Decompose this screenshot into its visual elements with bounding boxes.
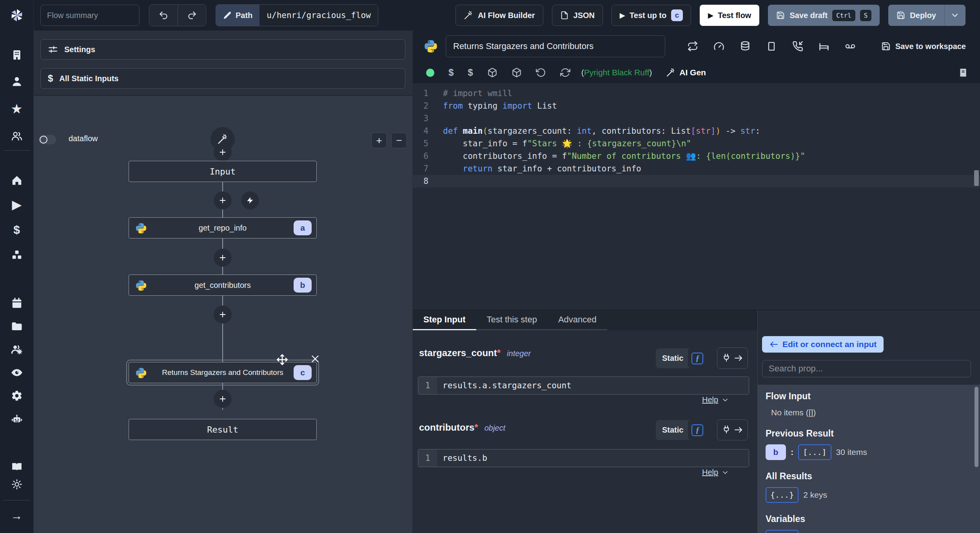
folder-icon[interactable] xyxy=(0,316,33,337)
result-node[interactable]: Result xyxy=(129,419,317,440)
boxes-icon[interactable] xyxy=(0,244,33,266)
retry-repeat-icon[interactable] xyxy=(687,41,698,52)
key-badge-b[interactable]: b xyxy=(766,444,786,460)
arrow-right-icon[interactable]: → xyxy=(0,505,33,526)
tab-advanced[interactable]: Advanced xyxy=(548,310,607,330)
code-assistants-status[interactable]: (Pyright Black Ruff) xyxy=(581,68,652,77)
refresh-icon[interactable] xyxy=(560,67,570,78)
deploy-dropdown-button[interactable] xyxy=(944,5,965,26)
cache-database-icon[interactable] xyxy=(740,41,751,52)
search-prop-input[interactable] xyxy=(762,360,971,377)
move-handle[interactable] xyxy=(276,354,288,366)
sleep-bed-icon[interactable] xyxy=(818,41,829,52)
delete-step-button[interactable] xyxy=(310,354,320,366)
voicemail-icon[interactable] xyxy=(845,41,856,52)
input-node[interactable]: Input xyxy=(129,161,317,182)
add-trigger-button[interactable] xyxy=(241,191,259,209)
redo-button[interactable] xyxy=(178,5,206,26)
tab-step-input[interactable]: Step Input xyxy=(413,310,476,330)
undo-button[interactable] xyxy=(149,5,178,26)
code-line[interactable]: 2from typing import List xyxy=(413,100,980,112)
building-icon[interactable] xyxy=(0,44,33,65)
add-step-button[interactable] xyxy=(214,191,232,209)
zoom-in-button[interactable]: + xyxy=(371,133,387,148)
connect-input-button-stargazers[interactable] xyxy=(717,347,748,369)
javascript-mode-segment[interactable]: ƒ xyxy=(688,420,707,440)
code-line[interactable]: 4def main(stargazers_count: int, contrib… xyxy=(413,125,980,137)
step-node-a[interactable]: get_repo_info a xyxy=(129,217,317,238)
test-flow-button[interactable]: ▶ Test flow xyxy=(700,5,759,26)
add-step-button[interactable] xyxy=(214,249,232,267)
code-line[interactable]: 1# import wmill xyxy=(413,87,980,100)
close-icon xyxy=(310,354,320,364)
step-title-input[interactable] xyxy=(446,35,665,57)
package-icon[interactable] xyxy=(487,67,497,78)
add-step-button[interactable] xyxy=(214,306,232,324)
ai-gen-button[interactable]: AI Gen xyxy=(666,68,706,77)
zoom-out-button[interactable]: − xyxy=(391,133,407,148)
code-line[interactable]: 3 xyxy=(413,112,980,125)
add-step-button[interactable] xyxy=(214,390,232,408)
add-step-top-button[interactable] xyxy=(214,143,232,161)
variable-picker-icon[interactable]: $ xyxy=(448,68,454,77)
array-badge[interactable]: [...] xyxy=(798,444,831,460)
help-link[interactable]: Help xyxy=(702,468,729,477)
step-node-b[interactable]: get_contributors b xyxy=(129,275,317,296)
book-icon[interactable] xyxy=(958,67,980,78)
javascript-mode-segment[interactable]: ƒ xyxy=(688,348,707,368)
play-icon[interactable]: ▶ xyxy=(0,194,33,215)
mock-square-icon[interactable] xyxy=(766,41,777,52)
static-toggle-contributors[interactable]: Static ƒ xyxy=(656,420,707,440)
flow-summary-input[interactable] xyxy=(40,5,140,26)
settings-button[interactable]: Settings xyxy=(40,39,405,60)
user-icon[interactable] xyxy=(0,71,33,92)
panel-divider[interactable] xyxy=(412,31,413,533)
gear-icon[interactable] xyxy=(0,385,33,406)
code-line[interactable]: 7 return star_info + contributors_info xyxy=(413,162,980,175)
sun-icon[interactable] xyxy=(0,474,33,495)
path-value[interactable]: u/henri/gracious_flow xyxy=(260,5,378,26)
kbd-s: S xyxy=(860,10,872,21)
save-to-workspace-button[interactable]: Save to workspace xyxy=(881,42,980,51)
function-icon: ƒ xyxy=(691,424,703,436)
code-editor[interactable]: 1# import wmill2from typing import List3… xyxy=(413,83,980,310)
code-line[interactable]: 6 contributors_info = f"Number of contri… xyxy=(413,150,980,162)
test-up-to-button[interactable]: ▶ Test up to c xyxy=(612,5,691,26)
eye-icon[interactable] xyxy=(0,362,33,383)
calendar-icon[interactable] xyxy=(0,293,33,314)
panel-scrollbar[interactable] xyxy=(975,387,978,467)
gauge-icon[interactable] xyxy=(713,41,724,52)
json-button[interactable]: JSON xyxy=(552,5,603,26)
dollar-icon[interactable]: $ xyxy=(0,219,33,240)
code-line[interactable]: 5 star_info = f"Stars 🌟 : {stargazers_co… xyxy=(413,137,980,150)
edit-or-connect-button[interactable]: Edit or connect an input xyxy=(762,336,884,353)
tab-test-this-step[interactable]: Test this step xyxy=(476,310,548,330)
user-group-gear-icon[interactable] xyxy=(0,339,33,360)
help-link[interactable]: Help xyxy=(702,395,729,404)
dollar-icon: $ xyxy=(48,73,53,84)
expr-input-contributors[interactable]: 1 results.b xyxy=(418,449,749,467)
path-chip[interactable]: Path u/henri/gracious_flow xyxy=(216,4,378,26)
object-badge[interactable]: {...} xyxy=(766,530,799,533)
deploy-button[interactable]: Deploy xyxy=(888,5,944,26)
package-icon[interactable] xyxy=(512,67,522,78)
dataflow-toggle[interactable] xyxy=(39,135,56,144)
windmill-logo[interactable] xyxy=(0,5,33,26)
phone-incoming-icon[interactable] xyxy=(792,41,803,52)
step-badge: c xyxy=(294,365,312,380)
save-draft-button[interactable]: Save draft CtrlS xyxy=(768,5,880,26)
home-icon[interactable] xyxy=(0,170,33,191)
connect-input-button-contributors[interactable] xyxy=(717,419,748,440)
rotate-ccw-icon[interactable] xyxy=(536,67,546,78)
object-badge[interactable]: {...} xyxy=(766,487,799,503)
robot-icon[interactable] xyxy=(0,409,33,430)
expr-input-stargazers[interactable]: 1 results.a.stargazers_count xyxy=(418,377,749,395)
static-toggle-stargazers[interactable]: Static ƒ xyxy=(656,348,707,368)
code-line[interactable]: 8 xyxy=(413,175,980,187)
users-icon[interactable] xyxy=(0,126,33,147)
star-icon[interactable]: ★ xyxy=(0,98,33,120)
ai-flow-builder-button[interactable]: AI Flow Builder xyxy=(456,5,543,26)
editor-scrollbar[interactable] xyxy=(974,170,979,186)
resource-picker-icon[interactable]: $ xyxy=(468,68,473,77)
all-static-inputs-button[interactable]: $ All Static Inputs xyxy=(40,68,405,89)
